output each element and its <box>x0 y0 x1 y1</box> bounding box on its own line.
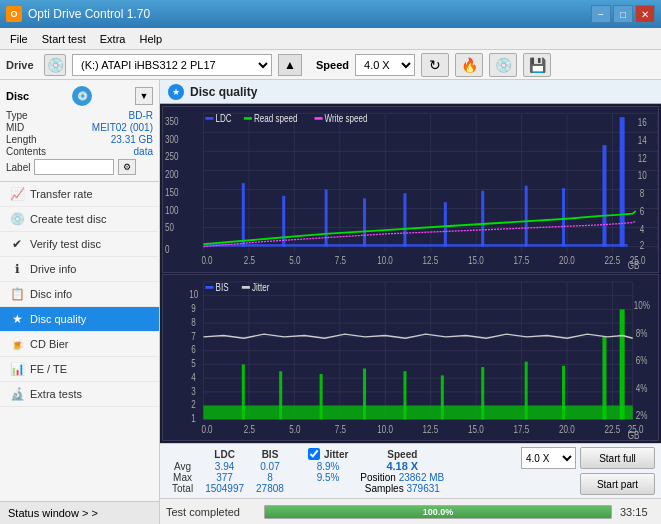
max-label: Max <box>166 472 199 483</box>
svg-rect-60 <box>205 117 213 120</box>
time-display: 33:15 <box>620 506 655 518</box>
svg-text:2: 2 <box>191 398 196 411</box>
sidebar-item-cd-bier[interactable]: 🍺 CD Bier <box>0 332 159 357</box>
minimize-button[interactable]: − <box>591 5 611 23</box>
sidebar-item-drive-info[interactable]: ℹ Drive info <box>0 257 159 282</box>
menu-start-test[interactable]: Start test <box>36 31 92 47</box>
start-part-button[interactable]: Start part <box>580 473 655 495</box>
menu-help[interactable]: Help <box>133 31 168 47</box>
svg-text:2.5: 2.5 <box>244 423 255 436</box>
disc-quality-header: ★ Disc quality <box>160 80 661 104</box>
main-area: Disc 💿 ▼ Type BD-R MID MEIT02 (001) Leng… <box>0 80 661 524</box>
bis-chart: 1 2 3 4 5 6 7 8 9 10 2% 4% 6% 8% 10% <box>162 274 659 441</box>
svg-text:2%: 2% <box>636 409 648 422</box>
sidebar-item-extra-tests[interactable]: 🔬 Extra tests <box>0 382 159 407</box>
eject-button[interactable]: ▲ <box>278 54 302 76</box>
svg-text:15.0: 15.0 <box>468 256 484 267</box>
svg-text:17.5: 17.5 <box>514 256 530 267</box>
disc-length-row: Length 23.31 GB <box>6 134 153 145</box>
transfer-rate-icon: 📈 <box>10 187 24 201</box>
svg-text:5.0: 5.0 <box>289 423 300 436</box>
disc-label-input[interactable] <box>34 159 114 175</box>
app-title: Opti Drive Control 1.70 <box>28 7 150 21</box>
sidebar-item-verify-test-disc[interactable]: ✔ Verify test disc <box>0 232 159 257</box>
svg-text:9: 9 <box>191 302 196 315</box>
menu-file[interactable]: File <box>4 31 34 47</box>
refresh-button[interactable]: ↻ <box>421 53 449 77</box>
sidebar: Disc 💿 ▼ Type BD-R MID MEIT02 (001) Leng… <box>0 80 160 524</box>
svg-text:250: 250 <box>165 151 178 162</box>
drive-bar: Drive 💿 (K:) ATAPI iHBS312 2 PL17 ▲ Spee… <box>0 50 661 80</box>
svg-text:6: 6 <box>191 343 196 356</box>
svg-text:7: 7 <box>191 329 196 342</box>
svg-text:10.0: 10.0 <box>377 423 393 436</box>
avg-bis: 0.07 <box>250 460 290 472</box>
disc-options-button[interactable]: ▼ <box>135 87 153 105</box>
svg-text:Jitter: Jitter <box>252 281 270 294</box>
svg-rect-120 <box>363 369 366 420</box>
app-icon: O <box>6 6 22 22</box>
create-test-disc-icon: 💿 <box>10 212 24 226</box>
save-button[interactable]: 💾 <box>523 53 551 77</box>
svg-text:20.0: 20.0 <box>559 423 575 436</box>
svg-text:10.0: 10.0 <box>377 256 393 267</box>
disc-button[interactable]: 💿 <box>489 53 517 77</box>
svg-text:12.5: 12.5 <box>423 256 439 267</box>
svg-rect-56 <box>525 186 528 247</box>
cd-bier-icon: 🍺 <box>10 337 24 351</box>
svg-text:10%: 10% <box>634 299 651 312</box>
svg-rect-57 <box>562 188 565 246</box>
svg-rect-58 <box>602 145 606 247</box>
speed-select[interactable]: 4.0 X <box>355 54 415 76</box>
disc-title: Disc <box>6 90 29 102</box>
burn-button[interactable]: 🔥 <box>455 53 483 77</box>
drive-select[interactable]: (K:) ATAPI iHBS312 2 PL17 <box>72 54 272 76</box>
svg-text:150: 150 <box>165 187 178 198</box>
disc-mid-row: MID MEIT02 (001) <box>6 122 153 133</box>
nav-list: 📈 Transfer rate 💿 Create test disc ✔ Ver… <box>0 182 159 501</box>
disc-label-row: Label ⚙ <box>6 159 153 175</box>
svg-rect-59 <box>620 117 625 246</box>
sidebar-item-disc-quality[interactable]: ★ Disc quality <box>0 307 159 332</box>
svg-text:10: 10 <box>189 288 198 301</box>
status-window-button[interactable]: Status window > > <box>0 501 159 524</box>
svg-text:100: 100 <box>165 205 178 216</box>
disc-contents-row: Contents data <box>6 146 153 157</box>
svg-text:20.0: 20.0 <box>559 256 575 267</box>
jitter-checkbox[interactable] <box>308 448 320 460</box>
sidebar-item-transfer-rate[interactable]: 📈 Transfer rate <box>0 182 159 207</box>
svg-rect-53 <box>403 193 406 246</box>
avg-label: Avg <box>166 460 199 472</box>
disc-type-row: Type BD-R <box>6 110 153 121</box>
svg-text:6: 6 <box>640 206 644 217</box>
fe-te-icon: 📊 <box>10 362 24 376</box>
drive-icon: 💿 <box>44 54 66 76</box>
disc-label-button[interactable]: ⚙ <box>118 159 136 175</box>
svg-rect-122 <box>441 375 444 419</box>
disc-info-icon: 📋 <box>10 287 24 301</box>
title-bar-left: O Opti Drive Control 1.70 <box>6 6 150 22</box>
menu-extra[interactable]: Extra <box>94 31 132 47</box>
sidebar-item-fe-te[interactable]: 📊 FE / TE <box>0 357 159 382</box>
stats-table: LDC BIS Jitter Speed Avg 3.9 <box>166 448 511 494</box>
charts-area: 0 50 100 150 200 250 300 350 2 4 6 8 10 … <box>160 104 661 443</box>
close-button[interactable]: ✕ <box>635 5 655 23</box>
disc-panel: Disc 💿 ▼ Type BD-R MID MEIT02 (001) Leng… <box>0 80 159 182</box>
svg-rect-118 <box>279 371 282 419</box>
svg-rect-121 <box>403 371 406 419</box>
svg-text:15.0: 15.0 <box>468 423 484 436</box>
svg-text:7.5: 7.5 <box>335 423 346 436</box>
svg-rect-62 <box>244 117 252 120</box>
svg-text:4: 4 <box>640 224 644 235</box>
maximize-button[interactable]: □ <box>613 5 633 23</box>
start-full-button[interactable]: Start full <box>580 447 655 469</box>
svg-rect-124 <box>525 362 528 420</box>
position-value: 23862 MB <box>399 472 445 483</box>
svg-text:7.5: 7.5 <box>335 256 346 267</box>
sidebar-item-create-test-disc[interactable]: 💿 Create test disc <box>0 207 159 232</box>
sidebar-item-disc-info[interactable]: 📋 Disc info <box>0 282 159 307</box>
title-bar: O Opti Drive Control 1.70 − □ ✕ <box>0 0 661 28</box>
svg-text:12: 12 <box>638 153 647 164</box>
disc-quality-icon: ★ <box>10 312 24 326</box>
speed-mini-select[interactable]: 4.0 X <box>521 447 576 469</box>
